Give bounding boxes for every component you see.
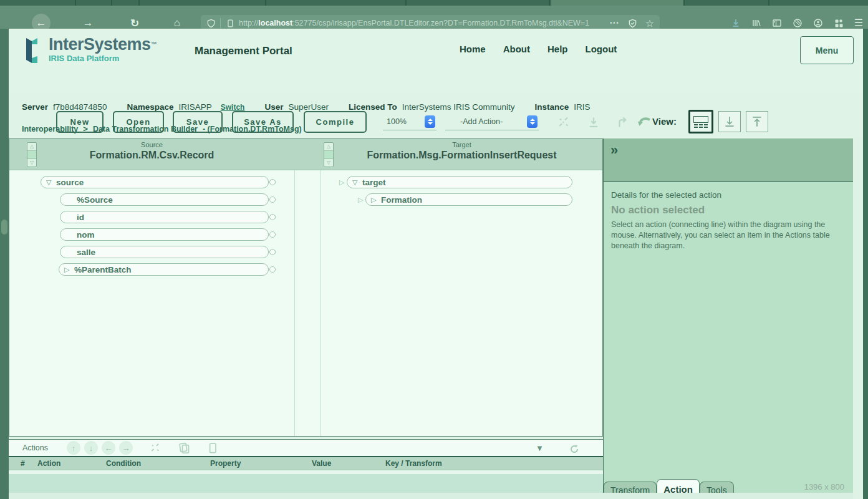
col-condition: Condition [106, 459, 141, 468]
account-icon[interactable] [813, 18, 823, 28]
browser-tab-strip[interactable] [0, 0, 868, 6]
move-down-icon[interactable]: ↓ [84, 441, 98, 455]
apps-grid-icon[interactable] [834, 18, 844, 28]
compile-button[interactable]: Compile [304, 111, 367, 133]
copy-action-icon[interactable] [178, 442, 190, 454]
move-up-icon[interactable]: ↑ [67, 441, 80, 455]
resolution-watermark: 1396 x 800 [804, 482, 844, 492]
connector-circle[interactable] [269, 231, 276, 238]
transform-diagram: △ ▽ Source Formation.RM.Csv.Record △ ▽ T… [9, 138, 603, 437]
nav-help[interactable]: Help [547, 44, 568, 54]
sidebar-toggle-icon[interactable] [772, 18, 782, 28]
expand-icon[interactable]: ▷ [64, 266, 74, 274]
actions-label: Actions [22, 443, 48, 452]
disconnect-icon[interactable] [556, 115, 571, 130]
save-as-button[interactable]: Save As [232, 111, 294, 133]
nav-logout[interactable]: Logout [586, 44, 617, 54]
menu-button[interactable]: Menu [800, 36, 854, 64]
expand-icon[interactable]: ▽ [46, 178, 56, 187]
source-node-source[interactable]: ▽source [41, 176, 276, 188]
corner-arrow-icon[interactable] [615, 115, 630, 130]
bookmark-star-icon[interactable]: ☆ [645, 17, 654, 29]
panel-scrollbar-track[interactable] [853, 138, 863, 499]
open-button[interactable]: Open [113, 111, 164, 133]
actions-table-body [9, 474, 603, 493]
page-title: Management Portal [195, 45, 292, 57]
header-nav: Home About Help Logout [460, 44, 617, 54]
connector-circle[interactable] [269, 249, 276, 255]
target-node-target[interactable]: ▷ ▽target [339, 176, 572, 188]
left-edge-strip [0, 29, 9, 499]
connector-circle[interactable] [269, 196, 276, 203]
view-diagram-button[interactable] [718, 111, 741, 132]
shield-permissions-icon[interactable] [206, 19, 216, 28]
connector-circle[interactable] [269, 266, 276, 273]
col-property: Property [210, 459, 241, 468]
target-kind-label: Target [320, 141, 604, 148]
expand-icon[interactable]: ▷ [371, 196, 381, 204]
portal-header: InterSystems™ IRIS Data Platform Managem… [9, 29, 863, 94]
connector-circle[interactable] [269, 179, 276, 185]
panel-top-bar [604, 138, 853, 182]
menu-hamburger-icon[interactable]: ☰ [854, 17, 863, 29]
view-split-icon [693, 116, 708, 123]
source-column-title: Source Formation.RM.Csv.Record [9, 141, 294, 161]
zoom-stepper-icon[interactable] [425, 115, 435, 128]
connector-triangle[interactable]: ▷ [358, 196, 365, 204]
source-class-name: Formation.RM.Csv.Record [9, 150, 294, 161]
view-table-button[interactable] [746, 111, 768, 132]
intersystems-logo: InterSystems™ IRIS Data Platform [22, 36, 157, 65]
downloads-icon[interactable] [731, 18, 741, 28]
refresh-actions-icon[interactable] [569, 443, 580, 455]
target-column-title: Target Formation.Msg.FormationInsertRequ… [320, 141, 604, 161]
connector-triangle[interactable]: ▷ [339, 178, 347, 187]
col-number: # [21, 459, 25, 468]
target-node-formation[interactable]: ▷ ▷Formation [358, 193, 572, 206]
tracking-protection-icon[interactable] [628, 19, 637, 28]
extension-circle-icon[interactable] [793, 18, 803, 28]
nav-about[interactable]: About [503, 44, 530, 54]
paste-action-icon[interactable] [206, 442, 219, 454]
new-button[interactable]: New [56, 111, 104, 133]
logo-name: InterSystems [49, 35, 151, 54]
actions-toolbar: Actions ↑ ↓ ← → ▼ [9, 439, 603, 457]
no-action-description: Select an action (connecting line) withi… [611, 220, 845, 251]
source-node-id[interactable]: id [60, 211, 276, 223]
view-split-button[interactable] [688, 110, 713, 133]
page-actions-icon[interactable]: ••• [610, 20, 619, 26]
library-icon[interactable] [751, 18, 761, 28]
undo-icon[interactable] [636, 115, 651, 130]
collapse-arrow-icon[interactable] [586, 115, 601, 130]
page-info-icon[interactable] [226, 19, 234, 28]
source-node-parentbatch[interactable]: ▷%ParentBatch [59, 263, 276, 276]
active-tab-top[interactable] [551, 0, 683, 6]
source-kind-label: Source [9, 141, 294, 148]
target-class-name: Formation.Msg.FormationInsertRequest [320, 150, 604, 161]
url-text[interactable]: http://localhost:52775/csp/irisapp/EnsPo… [239, 19, 589, 27]
intersystems-logo-icon [22, 36, 44, 65]
move-right-icon[interactable]: → [119, 441, 133, 455]
add-action-stepper-icon[interactable] [527, 115, 538, 128]
actions-dropdown-icon[interactable]: ▼ [536, 443, 544, 453]
source-node-pct-source[interactable]: %Source [60, 193, 276, 206]
nav-home[interactable]: Home [460, 44, 486, 54]
actions-table-header: # Action Condition Property Value Key / … [9, 457, 603, 470]
details-panel: » Transform Action Tools Details for the… [603, 138, 853, 499]
remove-action-icon[interactable] [149, 442, 162, 454]
source-node-nom[interactable]: nom [60, 228, 276, 241]
arrow-down-icon [723, 115, 736, 128]
arrow-up-icon [750, 115, 764, 128]
expand-icon[interactable]: ▽ [352, 178, 362, 187]
bottom-strip [9, 493, 853, 499]
source-node-salle[interactable]: salle [60, 246, 276, 258]
connector-circle[interactable] [269, 214, 276, 220]
col-value: Value [312, 459, 331, 468]
add-action-select[interactable]: -Add Action- [445, 114, 539, 130]
collapse-panel-icon[interactable]: » [610, 142, 618, 158]
save-button[interactable]: Save [173, 111, 223, 133]
move-left-icon[interactable]: ← [102, 441, 115, 455]
col-key-transform: Key / Transform [385, 459, 442, 468]
col-action: Action [37, 459, 60, 468]
zoom-select[interactable]: 100% [383, 114, 436, 130]
left-scroll-thumb[interactable] [1, 220, 7, 235]
